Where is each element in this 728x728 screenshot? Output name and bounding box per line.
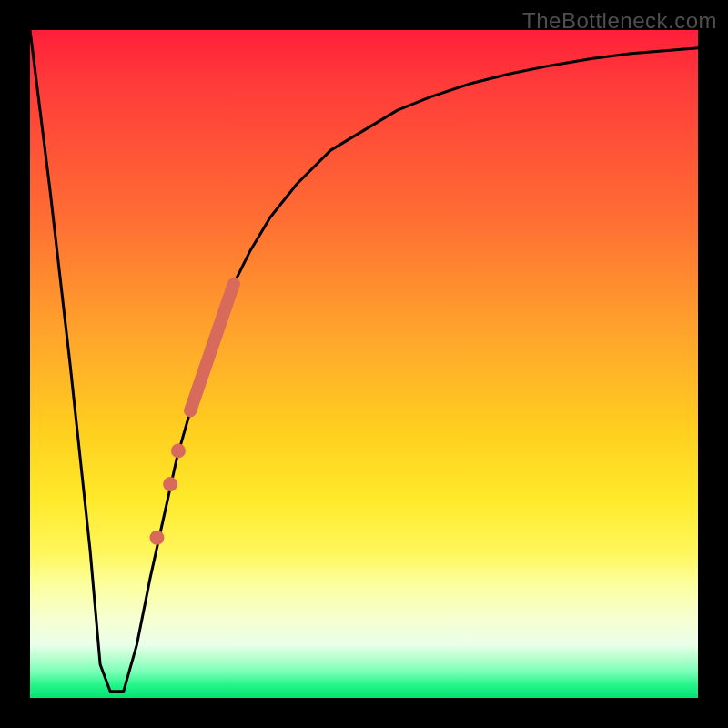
watermark-text: TheBottleneck.com [522,8,717,34]
chart-frame: TheBottleneck.com [0,0,728,728]
plot-area [30,30,698,698]
